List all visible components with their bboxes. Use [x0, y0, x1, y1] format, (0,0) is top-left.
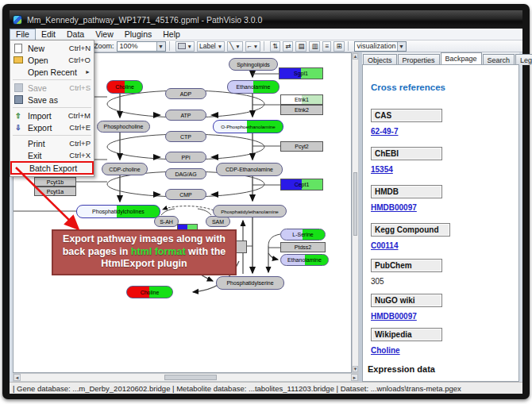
node-atp[interactable]: ATP: [165, 110, 206, 121]
tab-search[interactable]: Search: [483, 54, 515, 65]
link-wikipedia[interactable]: Choline: [371, 346, 400, 355]
node-ppi[interactable]: PPi: [165, 152, 206, 163]
status-bar: | Gene database: ...m_Derby_20120602.bri…: [10, 382, 522, 394]
distribute-vertical-button[interactable]: ▥: [309, 41, 320, 52]
file-menu: NewCtrl+N OpenCtrl+O Open Recent► SaveCt…: [10, 40, 94, 177]
section-header-pubchem: PubChem: [371, 259, 442, 272]
link-kegg[interactable]: C00114: [371, 241, 398, 250]
chevron-down-icon: ▼: [253, 44, 258, 49]
menu-item-new[interactable]: NewCtrl+N: [10, 42, 94, 54]
visualization-combobox[interactable]: visualization ▼: [354, 41, 407, 52]
node-ethanolamine-top[interactable]: Ethanolamine: [227, 80, 279, 94]
menu-item-exit[interactable]: ExitCtrl+X: [10, 149, 94, 161]
link-cas[interactable]: 62-49-7: [371, 127, 398, 136]
node-dag-ag[interactable]: DAG/AG: [165, 168, 206, 179]
node-s-ah[interactable]: S-AH: [154, 216, 179, 227]
value-pubchem: 305: [371, 277, 384, 286]
annotation-callout[interactable]: Export pathway images along with back pa…: [52, 229, 237, 275]
menu-item-save-as[interactable]: Save as: [10, 94, 94, 106]
section-header-chebi: ChEBI: [371, 147, 442, 160]
canvas-vertical-scrollbar[interactable]: ▲ ▼: [352, 52, 359, 373]
node-o-phosphoethanolamine[interactable]: O-Phosphoethanolamine: [213, 120, 283, 133]
node-ptdss2[interactable]: Ptdss2: [280, 242, 326, 252]
title-bar[interactable]: Mm_Kennedy_pathway_WP1771_45176.gpml - P…: [10, 10, 522, 29]
node-phosphatidylserine[interactable]: Phosphatidylserine: [216, 276, 284, 290]
link-chebi[interactable]: 15354: [371, 165, 393, 174]
menu-view[interactable]: View: [90, 29, 119, 40]
node-pcyt1b[interactable]: Pcyt1b: [34, 177, 76, 187]
submenu-arrow-icon: ►: [85, 69, 91, 75]
chevron-down-icon: ▼: [235, 44, 240, 49]
menu-item-open-recent[interactable]: Open Recent►: [10, 66, 94, 78]
node-phosphatidylethanolamine[interactable]: Phosphatidylethanolamine: [213, 205, 287, 217]
menu-item-save[interactable]: SaveCtrl+S: [10, 82, 94, 94]
tab-legend[interactable]: Legend: [515, 54, 532, 65]
menu-item-import[interactable]: ⇧ ImportCtrl+M: [10, 110, 94, 121]
node-phosphocholine[interactable]: Phosphocholine: [97, 121, 150, 133]
new-file-icon: [13, 44, 24, 53]
node-adp[interactable]: ADP: [165, 88, 206, 99]
node-sgpl1[interactable]: Sgpl1: [279, 67, 323, 79]
link-nugo[interactable]: HMDB00097: [371, 312, 417, 321]
scroll-right-icon[interactable]: ►: [351, 374, 358, 381]
expression-data-heading: Expression data: [368, 364, 435, 374]
node-cdp-ethanolamine[interactable]: CDP-Ethanolamine: [216, 163, 283, 176]
zoom-combobox[interactable]: 100% ▼: [117, 41, 166, 52]
node-cept1[interactable]: Cept1: [280, 179, 323, 190]
scroll-down-icon[interactable]: ▼: [353, 366, 358, 372]
node-cmp[interactable]: CMP: [165, 189, 206, 200]
menu-item-print[interactable]: PrintCtrl+P: [10, 137, 94, 149]
align-center-x-button[interactable]: ⇅: [270, 41, 280, 52]
link-hmdb[interactable]: HMDB00097: [371, 203, 417, 212]
new-line-button[interactable]: ╲▼: [227, 41, 243, 52]
distribute-horizontal-button[interactable]: ▤: [295, 41, 306, 52]
open-folder-icon: [13, 56, 24, 65]
stack-vertical-button[interactable]: ⊞: [333, 41, 344, 52]
align-center-y-icon: ⇄: [285, 42, 291, 50]
menu-help[interactable]: Help: [157, 29, 186, 40]
sidebar-panel: Objects Properties Backpage Search Legen…: [362, 52, 519, 382]
node-etnk2[interactable]: Etnk2: [280, 105, 323, 115]
new-label-button[interactable]: Label▼: [197, 41, 225, 52]
chevron-down-icon: ▼: [187, 44, 192, 49]
node-pcyt2[interactable]: Pcyt2: [280, 141, 323, 152]
node-pcyt1a[interactable]: Pcyt1a: [34, 187, 76, 196]
tab-properties[interactable]: Properties: [398, 54, 440, 65]
stack-horizontal-button[interactable]: ≡: [322, 41, 331, 52]
node-ethanolamine-bottom[interactable]: Ethanolamine: [280, 254, 329, 266]
new-datanode-button[interactable]: ▼: [175, 41, 195, 52]
node-l-serine[interactable]: L-Serine: [280, 229, 326, 240]
node-sam[interactable]: SAM: [206, 216, 230, 227]
distribute-vertical-icon: ▥: [311, 42, 318, 50]
menu-item-open[interactable]: OpenCtrl+O: [10, 54, 94, 66]
menu-item-batch-export[interactable]: Batch Export: [10, 161, 94, 175]
zoom-label: Zoom:: [94, 42, 114, 50]
status-text: | Gene database: ...m_Derby_20120602.bri…: [13, 384, 461, 393]
menu-data[interactable]: Data: [61, 29, 90, 40]
node-choline-top[interactable]: Choline: [106, 80, 143, 94]
node-choline-selected[interactable]: Choline: [126, 286, 173, 298]
node-phosphatidylcholines[interactable]: Phosphatidylcholines: [76, 205, 160, 218]
menu-item-export[interactable]: ⇩ ExportCtrl+E: [10, 121, 94, 133]
chevron-down-icon[interactable]: ▼: [156, 42, 165, 51]
canvas-horizontal-scrollbar[interactable]: ◄ ►: [13, 373, 359, 382]
tab-objects[interactable]: Objects: [363, 54, 397, 65]
menu-edit[interactable]: Edit: [36, 29, 61, 40]
scrollbar-thumb[interactable]: [164, 375, 217, 380]
scroll-left-icon[interactable]: ◄: [13, 374, 21, 381]
new-connector-button[interactable]: ⌐▼: [245, 41, 260, 52]
backpage-content: Cross references CAS 62-49-7 ChEBI 15354…: [362, 64, 519, 382]
scrollbar-thumb[interactable]: [353, 172, 357, 236]
node-ctp[interactable]: CTP: [165, 131, 206, 142]
node-sphingolipids[interactable]: Sphingolipids: [229, 58, 278, 71]
align-center-y-button[interactable]: ⇄: [283, 41, 293, 52]
scroll-up-icon[interactable]: ▲: [353, 53, 358, 60]
menu-file[interactable]: File: [10, 29, 36, 40]
node-etnk1[interactable]: Etnk1: [280, 94, 323, 105]
menu-plugins[interactable]: Plugins: [119, 29, 157, 40]
stack-horizontal-icon: ≡: [325, 42, 329, 50]
chevron-down-icon[interactable]: ▼: [397, 42, 406, 51]
tab-backpage[interactable]: Backpage: [441, 52, 482, 65]
node-cdp-choline[interactable]: CDP-choline: [102, 163, 148, 175]
menu-bar: File Edit Data View Plugins Help: [10, 29, 522, 40]
